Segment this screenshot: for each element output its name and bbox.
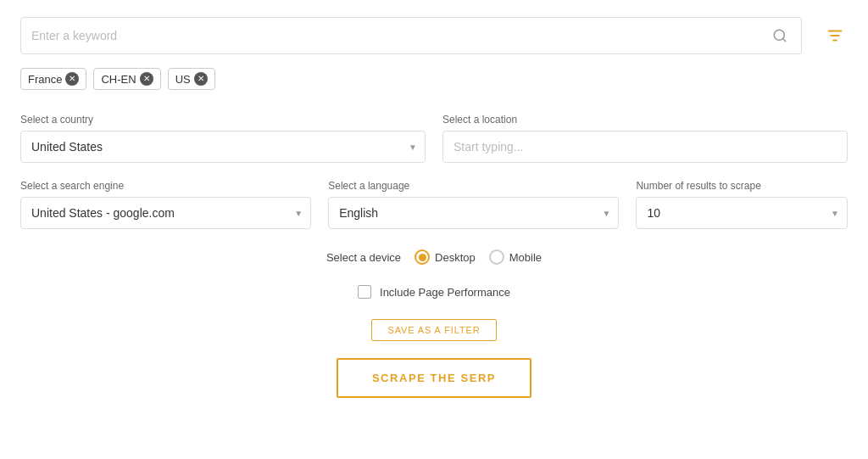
tag-france: France ✕ bbox=[20, 68, 86, 90]
language-group: Select a language English French German … bbox=[328, 180, 619, 229]
page-performance-checkbox[interactable] bbox=[358, 285, 371, 299]
search-bar bbox=[20, 17, 802, 54]
page-performance-row: Include Page Performance bbox=[20, 285, 848, 299]
tag-us-remove[interactable]: ✕ bbox=[194, 72, 208, 86]
country-group: Select a country United States United Ki… bbox=[20, 114, 426, 163]
tag-us-label: US bbox=[175, 73, 191, 86]
engine-select[interactable]: United States - google.com United Kingdo… bbox=[20, 197, 311, 229]
desktop-radio-indicator bbox=[415, 249, 430, 265]
filter-button[interactable] bbox=[822, 23, 848, 48]
language-label: Select a language bbox=[328, 180, 619, 192]
engine-lang-results-row: Select a search engine United States - g… bbox=[20, 180, 848, 229]
country-label: Select a country bbox=[20, 114, 426, 126]
tag-france-label: France bbox=[28, 73, 62, 86]
engine-label: Select a search engine bbox=[20, 180, 311, 192]
device-label: Select a device bbox=[326, 251, 401, 264]
search-button[interactable] bbox=[769, 25, 791, 47]
engine-select-wrapper: United States - google.com United Kingdo… bbox=[20, 197, 311, 229]
keyword-input[interactable] bbox=[31, 18, 769, 53]
location-group: Select a location bbox=[442, 114, 848, 163]
tag-ch-en-remove[interactable]: ✕ bbox=[140, 72, 153, 86]
tag-france-remove[interactable]: ✕ bbox=[65, 72, 79, 86]
language-select-wrapper: English French German Spanish ▼ bbox=[328, 197, 619, 229]
page-performance-label: Include Page Performance bbox=[380, 286, 510, 299]
country-select-wrapper: United States United Kingdom France Germ… bbox=[20, 131, 426, 163]
device-row: Select a device Desktop Mobile bbox=[20, 249, 848, 265]
save-filter-button[interactable]: SAVE AS A FILTER bbox=[371, 319, 496, 341]
tag-us: US ✕ bbox=[168, 68, 215, 90]
engine-group: Select a search engine United States - g… bbox=[20, 180, 311, 229]
results-group: Number of results to scrape 10 20 50 100… bbox=[636, 180, 848, 229]
tags-container: France ✕ CH-EN ✕ US ✕ bbox=[20, 68, 848, 90]
location-input-wrapper bbox=[442, 131, 848, 163]
filter-icon bbox=[826, 26, 844, 45]
country-select[interactable]: United States United Kingdom France Germ… bbox=[20, 131, 426, 163]
svg-line-1 bbox=[782, 38, 785, 41]
search-icon bbox=[772, 28, 787, 43]
mobile-label: Mobile bbox=[509, 251, 542, 264]
mobile-radio-indicator bbox=[489, 249, 504, 265]
device-desktop-option[interactable]: Desktop bbox=[415, 249, 476, 265]
results-select-wrapper: 10 20 50 100 ▼ bbox=[636, 197, 848, 229]
results-select[interactable]: 10 20 50 100 bbox=[636, 197, 848, 229]
language-select[interactable]: English French German Spanish bbox=[328, 197, 619, 229]
country-location-row: Select a country United States United Ki… bbox=[20, 114, 848, 163]
desktop-label: Desktop bbox=[435, 251, 476, 264]
results-label: Number of results to scrape bbox=[636, 180, 848, 192]
location-input[interactable] bbox=[442, 131, 848, 163]
scrape-button[interactable]: SCRAPE THE SERP bbox=[337, 358, 531, 398]
device-mobile-option[interactable]: Mobile bbox=[489, 249, 542, 265]
tag-ch-en-label: CH-EN bbox=[101, 73, 136, 86]
tag-ch-en: CH-EN ✕ bbox=[93, 68, 160, 90]
location-label: Select a location bbox=[442, 114, 848, 126]
